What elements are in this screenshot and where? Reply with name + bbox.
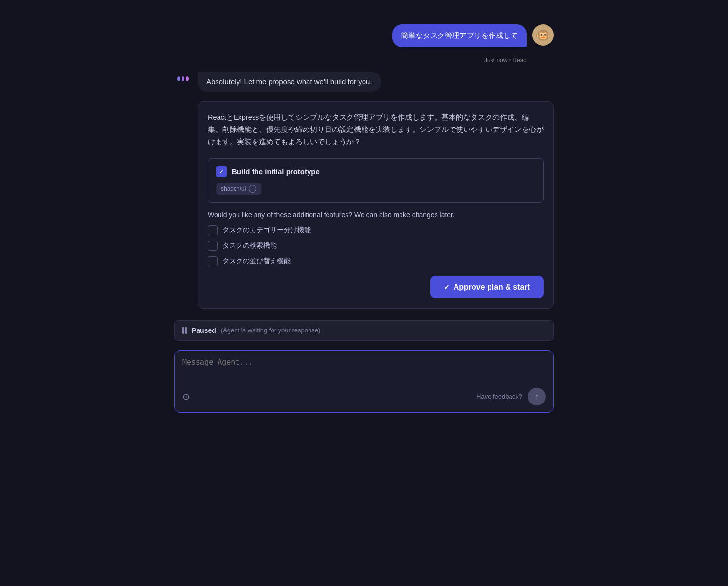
input-actions: Have feedback? ↑: [476, 388, 546, 405]
avatar: 🐵: [532, 24, 554, 46]
prototype-checkbox-checked[interactable]: ✓: [216, 166, 227, 177]
feature-item-2: タスクの並び替え機能: [208, 256, 544, 266]
prototype-section: ✓ Build the initial prototype shadcn/ui …: [208, 158, 544, 203]
pause-bar-left: [182, 327, 184, 334]
tech-badge: shadcn/ui i: [216, 183, 261, 195]
user-message-row: 簡単なタスク管理アプリを作成して 🐵: [174, 24, 554, 47]
user-message-text: 簡単なタスク管理アプリを作成して: [401, 31, 518, 39]
agent-dot-3: [186, 76, 189, 81]
message-meta: Just now • Read: [174, 57, 554, 64]
approve-plan-start-button[interactable]: ✓ Approve plan & start: [430, 276, 544, 298]
feature-item-1: タスクの検索機能: [208, 241, 544, 251]
feature-item-0: タスクのカテゴリー分け機能: [208, 225, 544, 235]
approve-row: ✓ Approve plan & start: [208, 276, 544, 298]
attach-icon[interactable]: ⊙: [182, 391, 190, 402]
tech-badge-row: shadcn/ui i: [216, 183, 535, 195]
agent-dot-1: [177, 76, 180, 81]
info-icon[interactable]: i: [249, 185, 256, 193]
avatar-emoji: 🐵: [535, 28, 551, 43]
send-button[interactable]: ↑: [528, 388, 546, 405]
paused-bar: Paused (Agent is waiting for your respon…: [174, 320, 554, 341]
feature-checkbox-1[interactable]: [208, 241, 218, 251]
pause-icon: [182, 327, 187, 334]
message-input-section: ⊙ Have feedback? ↑: [174, 350, 554, 413]
feature-label-2: タスクの並び替え機能: [222, 257, 291, 266]
paused-sub-text: (Agent is waiting for your response): [221, 327, 320, 334]
user-bubble: 簡単なタスク管理アプリを作成して: [392, 24, 527, 47]
input-footer: ⊙ Have feedback? ↑: [182, 388, 546, 405]
agent-intro-text: Absolutely! Let me propose what we'll bu…: [206, 77, 372, 86]
agent-icon: [174, 73, 192, 91]
agent-dot-2: [182, 76, 184, 81]
feature-checkbox-0[interactable]: [208, 225, 218, 235]
pause-bar-right: [185, 327, 187, 334]
feedback-link[interactable]: Have feedback?: [476, 393, 522, 400]
paused-status: Paused: [192, 327, 216, 334]
message-input[interactable]: [182, 358, 546, 382]
prototype-header: ✓ Build the initial prototype: [216, 166, 535, 177]
agent-text-bubble: Absolutely! Let me propose what we'll bu…: [198, 72, 381, 92]
tech-badge-text: shadcn/ui: [221, 185, 246, 192]
feature-label-1: タスクの検索機能: [222, 241, 277, 250]
plan-card: ReactとExpressを使用してシンプルなタスク管理アプリを作成します。基本…: [198, 101, 554, 309]
additional-features-text: Would you like any of these additional f…: [208, 211, 544, 219]
plan-description: ReactとExpressを使用してシンプルなタスク管理アプリを作成します。基本…: [208, 111, 544, 148]
approve-button-label: Approve plan & start: [454, 283, 530, 292]
approve-checkmark-icon: ✓: [444, 283, 450, 291]
feature-label-0: タスクのカテゴリー分け機能: [222, 226, 311, 235]
feature-checkbox-2[interactable]: [208, 256, 218, 266]
prototype-label: Build the initial prototype: [232, 167, 320, 176]
agent-message-row: Absolutely! Let me propose what we'll bu…: [174, 72, 554, 92]
feature-checkboxes: タスクのカテゴリー分け機能 タスクの検索機能 タスクの並び替え機能: [208, 225, 544, 266]
